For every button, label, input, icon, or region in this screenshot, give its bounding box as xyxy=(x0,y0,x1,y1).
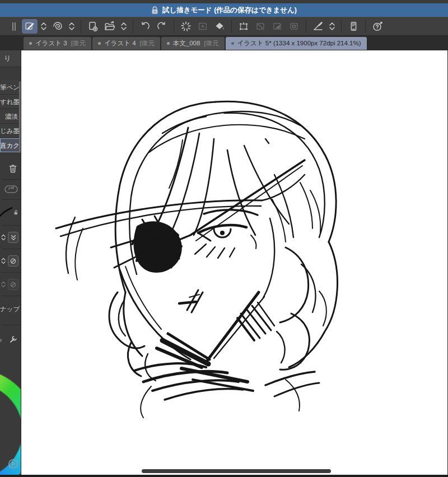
tab-illust-4[interactable]: イラスト 4[復元 xyxy=(92,37,160,50)
brush-list-scrollbar[interactable] xyxy=(19,81,21,153)
main-toolbar xyxy=(0,17,448,36)
wrench-icon[interactable] xyxy=(8,334,18,347)
double-chevron-down-button[interactable] xyxy=(8,232,18,243)
tab-bullet-icon xyxy=(29,42,32,45)
snap-ruler-button[interactable] xyxy=(310,19,326,34)
canvas-area[interactable] xyxy=(21,50,447,475)
brush-item-selected[interactable]: 直カク xyxy=(0,138,21,153)
sidebar-top-item[interactable]: り xyxy=(0,50,21,67)
toolbar-separator xyxy=(341,20,342,33)
transform-selection-button[interactable] xyxy=(236,19,251,34)
toolbar-separator xyxy=(231,20,232,33)
toolbar-separator xyxy=(306,20,306,33)
brush-stroke-preview[interactable] xyxy=(0,203,21,222)
radial-burst-boxed-button xyxy=(195,19,211,34)
prop-row-2 xyxy=(0,253,21,269)
snap-label: ナップ xyxy=(0,305,21,314)
sidebar-divider xyxy=(2,296,21,296)
prop-row-3 xyxy=(0,277,21,292)
wrench-row xyxy=(0,333,21,348)
radial-burst-button[interactable] xyxy=(178,19,194,34)
brush-item[interactable]: じみ墨 xyxy=(0,124,21,138)
swirl-tool-button[interactable] xyxy=(50,19,66,34)
snap-ruler-chevrons[interactable] xyxy=(327,19,337,34)
cut-circle-icon xyxy=(0,336,4,344)
window-bottom-strip xyxy=(0,475,448,477)
trial-mode-banner: 試し描きモード (作品の保存はできません) xyxy=(0,3,448,17)
swirl-tool-chevrons[interactable] xyxy=(67,19,77,34)
tab-label: 本文_008 xyxy=(173,39,200,48)
circle-slash-button-disabled xyxy=(8,279,18,290)
tab-bullet-icon xyxy=(231,42,234,45)
tab-honbun-008[interactable]: 本文_008[復元 xyxy=(161,37,225,50)
pen-tool-chevrons[interactable] xyxy=(39,19,49,34)
trial-mode-text: 試し描きモード (作品の保存はできません) xyxy=(162,6,297,15)
companion-device-button[interactable] xyxy=(346,19,361,34)
sidebar-divider xyxy=(2,179,21,180)
canvas-tabbar: イラスト 3[復元 イラスト 4[復元 本文_008[復元 イラスト 5* (1… xyxy=(0,36,448,50)
brush-item[interactable]: すれ墨 xyxy=(0,95,21,109)
toolbar-separator xyxy=(81,20,81,33)
pen-tool-button[interactable] xyxy=(22,19,38,34)
open-file-button[interactable] xyxy=(102,19,118,34)
tool-sidebar: り 筆ペン すれ墨 濃淡 じみ墨 直カク xyxy=(0,50,21,475)
chevron-updown-icon xyxy=(0,255,7,266)
canvas-horizontal-scrollbar[interactable] xyxy=(142,469,331,473)
tab-bullet-icon xyxy=(98,42,101,45)
tab-label-suffix: [復元 xyxy=(71,39,86,48)
sidebar-divider xyxy=(2,225,21,226)
chevron-updown-icon xyxy=(0,232,7,243)
tab-label-suffix: [復元 xyxy=(204,39,218,48)
unlock-icon xyxy=(13,209,18,216)
toolbar-separator xyxy=(365,20,366,33)
selection-triangle-button xyxy=(269,19,285,34)
undo-button[interactable] xyxy=(137,19,153,34)
brush-item[interactable]: 筆ペン xyxy=(0,80,21,95)
prop-row-1 xyxy=(0,230,21,245)
fill-bucket-button[interactable] xyxy=(212,19,227,34)
sketch-drawing xyxy=(21,50,447,475)
chevron-updown-icon xyxy=(0,279,7,290)
sidebar-divider xyxy=(2,249,21,249)
tab-illust-3[interactable]: イラスト 3[復元 xyxy=(24,37,91,50)
brush-list: 筆ペン すれ墨 濃淡 じみ墨 直カク xyxy=(0,80,21,153)
lock-icon xyxy=(151,6,158,15)
delete-brush-button[interactable] xyxy=(0,161,21,176)
help-button[interactable] xyxy=(370,19,385,34)
clip-studio-app: 試し描きモード (作品の保存はできません) xyxy=(0,0,448,477)
tab-bullet-icon xyxy=(167,42,170,45)
main-area: り 筆ペン すれ墨 濃淡 じみ墨 直カク xyxy=(0,50,448,475)
sync-brush-button xyxy=(0,183,21,196)
sidebar-divider xyxy=(2,325,21,325)
expand-panel-button[interactable] xyxy=(8,459,18,471)
redo-button[interactable] xyxy=(154,19,170,34)
toolbar-separator xyxy=(174,20,174,33)
new-canvas-button[interactable] xyxy=(85,19,101,34)
sketch-paths xyxy=(56,101,338,418)
sidebar-divider xyxy=(2,199,21,200)
tab-label: イラスト 3 xyxy=(35,39,67,48)
toolbar-separator xyxy=(133,20,133,33)
circle-slash-button[interactable] xyxy=(8,255,18,266)
tab-label-suffix: [復元 xyxy=(140,39,155,48)
open-file-chevrons[interactable] xyxy=(119,19,129,34)
brush-item[interactable]: 濃淡 xyxy=(0,109,21,124)
toolbar-drag-handle[interactable] xyxy=(12,19,18,34)
selection-box-button xyxy=(286,19,302,34)
tab-label: イラスト 4 xyxy=(104,39,136,48)
sidebar-divider xyxy=(2,272,21,273)
tab-illust-5-active[interactable]: イラスト 5* (1334 x 1900px 72dpi 214.1%) xyxy=(226,37,367,50)
selection-line-button xyxy=(253,19,268,34)
tab-label: イラスト 5* (1334 x 1900px 72dpi 214.1%) xyxy=(237,39,361,48)
